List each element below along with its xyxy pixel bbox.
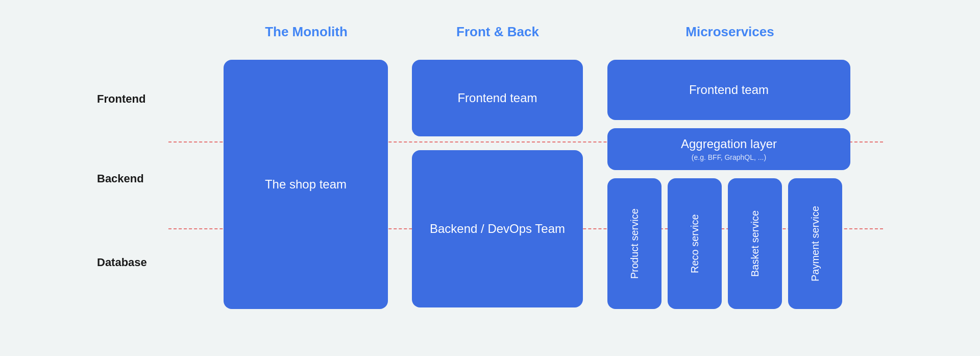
col-header-microservices: Microservices — [607, 24, 852, 40]
box-ms-aggregation: Aggregation layer (e.g. BFF, GraphQL, ..… — [607, 128, 850, 170]
col-header-frontback: Front & Back — [413, 24, 582, 40]
row-label-frontend: Frontend — [97, 92, 145, 106]
box-fb-backend: Backend / DevOps Team — [412, 150, 583, 307]
aggregation-sublabel: (e.g. BFF, GraphQL, ...) — [681, 153, 777, 162]
box-fb-frontend: Frontend team — [412, 60, 583, 136]
col-header-monolith: The Monolith — [225, 24, 388, 40]
diagram-container: The Monolith Front & Back Microservices … — [97, 15, 883, 342]
box-ms-frontend: Frontend team — [607, 60, 850, 120]
row-label-backend: Backend — [97, 172, 144, 185]
row-label-database: Database — [97, 256, 147, 269]
box-ms-payment: Payment service — [788, 178, 842, 309]
aggregation-label: Aggregation layer — [681, 137, 777, 151]
box-ms-product: Product service — [607, 178, 662, 309]
box-ms-basket: Basket service — [728, 178, 782, 309]
box-monolith-team: The shop team — [224, 60, 388, 309]
box-ms-reco: Reco service — [668, 178, 722, 309]
